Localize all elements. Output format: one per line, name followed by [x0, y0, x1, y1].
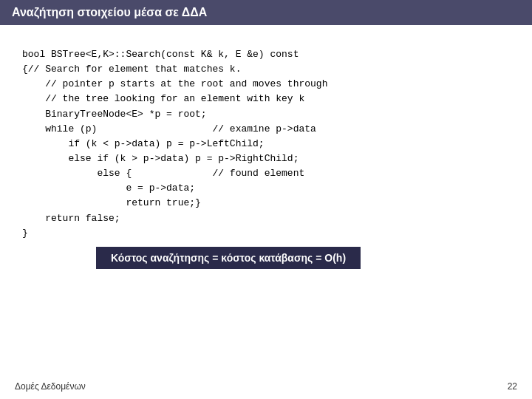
highlight-text: Κόστος αναζήτησης = κόστος κατάβασης = O…	[111, 252, 346, 264]
code-line-3: // pointer p starts at the root and move…	[22, 78, 327, 89]
code-line-11: return true;}	[22, 197, 201, 208]
highlight-box: Κόστος αναζήτησης = κόστος κατάβασης = O…	[96, 247, 361, 269]
main-content: bool BSTree<E,K>::Search(const K& k, E &…	[0, 25, 532, 284]
code-line-13: }	[22, 228, 28, 239]
footer: Δομές Δεδομένων 22	[15, 381, 517, 392]
code-line-5: BinaryTreeNode<E> *p = root;	[22, 109, 207, 120]
code-line-8: else if (k > p->data) p = p->RightChild;	[22, 153, 299, 164]
header-bar: Αναζήτηση στοιχείου μέσα σε ΔΔΑ	[0, 0, 532, 25]
code-line-7: if (k < p->data) p = p->LeftChild;	[22, 138, 265, 149]
footer-right: 22	[508, 381, 517, 392]
footer-left: Δομές Δεδομένων	[15, 381, 86, 392]
code-line-4: // the tree looking for an element with …	[22, 93, 304, 104]
code-line-12: return false;	[22, 213, 120, 224]
code-line-2: {// Search for element that matches k.	[22, 64, 241, 75]
code-block: bool BSTree<E,K>::Search(const K& k, E &…	[22, 47, 510, 241]
code-line-9: else { // found element	[22, 168, 304, 179]
code-line-1: bool BSTree<E,K>::Search(const K& k, E &…	[22, 49, 299, 60]
code-line-6: while (p) // examine p->data	[22, 123, 316, 134]
page-title: Αναζήτηση στοιχείου μέσα σε ΔΔΑ	[12, 6, 207, 18]
code-line-10: e = p->data;	[22, 183, 195, 194]
